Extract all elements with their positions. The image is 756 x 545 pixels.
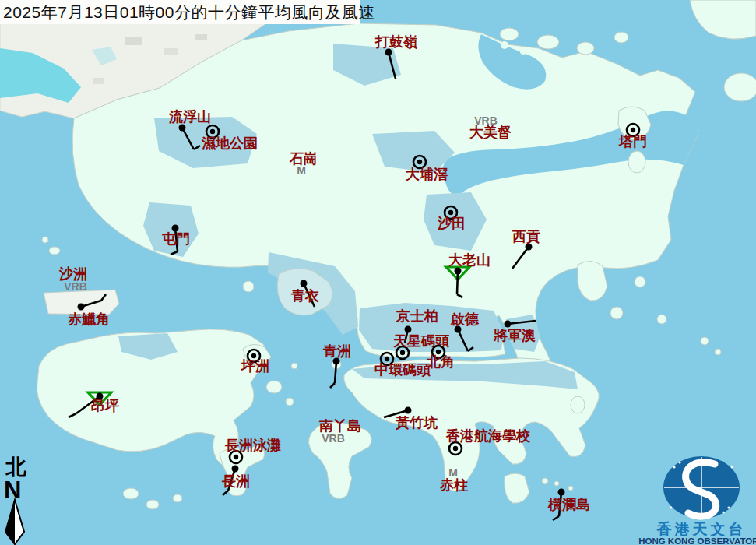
calm-dot-icon — [453, 446, 458, 451]
wind-barb-shaft — [457, 271, 458, 294]
calm-dot-icon — [417, 160, 422, 164]
station-label: 大老山 — [448, 252, 491, 268]
wind-map: 打鼓嶺流浮山濕地公園M石崗VRB大美督大埔滘塔門沙田屯門西貢大老山VRB沙洲赤鱲… — [0, 0, 756, 545]
station-label: 石崗 — [289, 151, 318, 167]
station-label: 中環碼頭 — [374, 362, 431, 378]
calm-dot-icon — [448, 210, 453, 215]
station-dot-icon — [455, 268, 462, 275]
station-label: 北角 — [426, 354, 455, 370]
station-label: 長洲泳灘 — [224, 438, 281, 453]
station-label: 大美督 — [469, 124, 512, 140]
station-label: 黃竹坑 — [396, 415, 438, 431]
page-title: 2025年7月13日01時00分的十分鐘平均風向及風速 — [3, 3, 375, 21]
station-label: 昂坪 — [91, 398, 119, 413]
station-dot-icon — [405, 407, 412, 414]
station-label: 青洲 — [322, 343, 351, 359]
station-label: 沙田 — [437, 216, 466, 231]
compass-north-cn: 北 — [5, 455, 26, 479]
station-label: 將軍澳 — [493, 328, 536, 343]
calm-dot-icon — [400, 350, 405, 355]
station-label: 大埔滘 — [405, 167, 448, 182]
hko-logo-cn: 香港天文台 — [656, 521, 747, 537]
station-label: 香港航海學校 — [445, 428, 531, 444]
station-label: 京士柏 — [396, 308, 438, 324]
station-label: 橫瀾島 — [547, 497, 590, 512]
station-label: 西貢 — [512, 229, 540, 244]
ma-wan — [243, 281, 254, 292]
station-dot-icon — [405, 326, 412, 333]
station-dot-icon — [301, 280, 308, 287]
calm-dot-icon — [234, 455, 238, 459]
station-label: 赤鱲角 — [67, 311, 110, 327]
wind-map-canvas: 打鼓嶺流浮山濕地公園M石崗VRB大美督大埔滘塔門沙田屯門西貢大老山VRB沙洲赤鱲… — [0, 0, 756, 545]
title-bar: 2025年7月13日01時00分的十分鐘平均風向及風速 — [0, 0, 375, 24]
station-dot-icon — [232, 466, 239, 473]
hko-logo-en: HONG KONG OBSERVATORY — [638, 536, 756, 545]
station-label: 濕地公園 — [201, 135, 258, 151]
calm-dot-icon — [210, 129, 215, 134]
station-dot-icon — [505, 321, 512, 328]
calm-dot-icon — [385, 357, 389, 361]
station-label: 啟德 — [450, 311, 480, 327]
compass-north-letter: N — [4, 476, 21, 504]
station-label: 塔門 — [618, 134, 647, 149]
station-label: 南丫島 — [318, 418, 361, 434]
station-label: 流浮山 — [168, 109, 211, 125]
station-label: 打鼓嶺 — [374, 34, 417, 50]
station-label: 屯門 — [162, 231, 190, 247]
station-label: 沙洲 — [58, 266, 87, 282]
station-label: 長洲 — [221, 473, 250, 489]
calm-dot-icon — [631, 128, 635, 132]
station-label: 青衣 — [290, 288, 319, 304]
station-label: 坪洲 — [241, 358, 269, 374]
station-label: 赤柱 — [439, 477, 469, 493]
station-sub-label: VRB — [64, 280, 87, 293]
station-sub-label: VRB — [322, 432, 345, 445]
station-dot-icon — [179, 125, 186, 132]
station-dot-icon — [78, 304, 85, 311]
station-dot-icon — [558, 489, 565, 496]
